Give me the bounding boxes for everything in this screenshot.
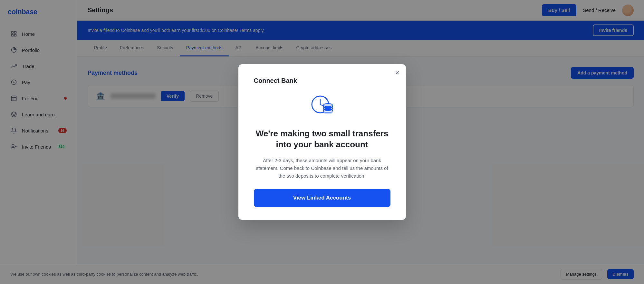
connect-bank-modal: Connect Bank × [238,64,406,220]
bank-clock-icon [309,93,335,121]
view-linked-accounts-button[interactable]: View Linked Accounts [254,189,390,207]
modal-heading: We're making two small transfers into yo… [254,128,390,150]
modal-body-text: After 2-3 days, these amounts will appea… [254,157,390,180]
modal-overlay[interactable]: Connect Bank × [0,0,644,284]
modal-close-button[interactable]: × [395,69,399,76]
app-container: coinbase Home Portfolio Trade [0,0,644,284]
svg-point-19 [323,103,332,107]
modal-title: Connect Bank [254,77,297,84]
